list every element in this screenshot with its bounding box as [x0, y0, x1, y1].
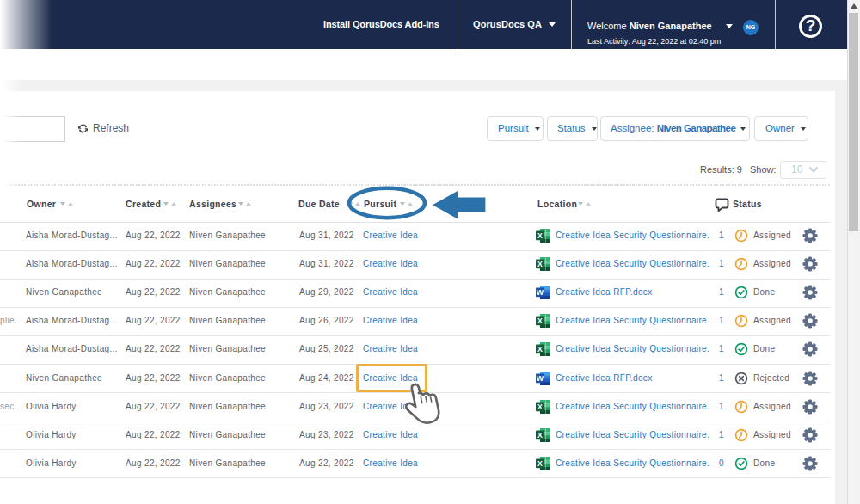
svg-text:X: X [538, 345, 543, 353]
svg-text:X: X [538, 317, 543, 325]
svg-text:X: X [538, 231, 543, 240]
svg-text:W: W [537, 288, 544, 297]
svg-text:X: X [538, 260, 543, 268]
svg-text:X: X [538, 431, 543, 439]
svg-text:X: X [538, 459, 543, 468]
svg-text:X: X [538, 403, 543, 411]
svg-text:W: W [537, 374, 544, 383]
